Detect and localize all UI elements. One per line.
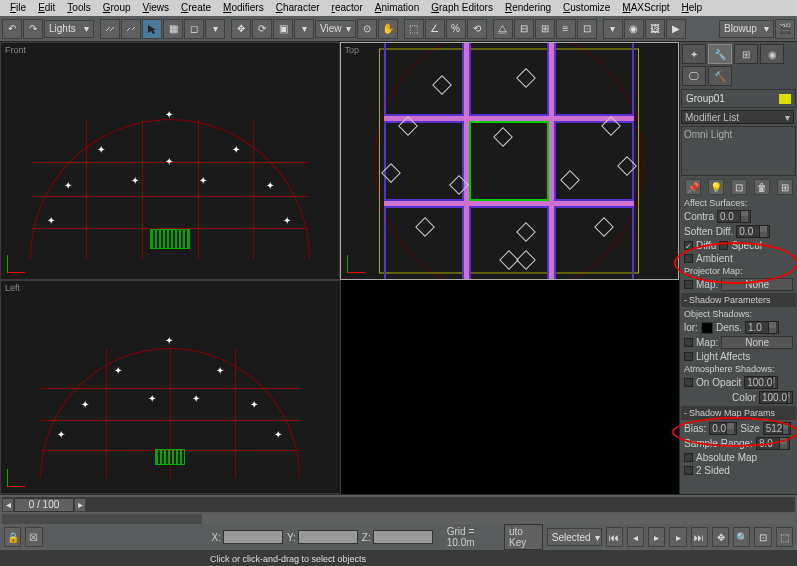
move-button[interactable]: ✥ — [231, 19, 251, 39]
link-button[interactable] — [100, 19, 120, 39]
tab-create[interactable]: ✦ — [682, 44, 706, 64]
menu-character[interactable]: Character — [270, 0, 326, 16]
projmap-slot[interactable]: None — [721, 278, 793, 291]
menu-file[interactable]: File — [4, 0, 32, 16]
contrast-spinner[interactable]: 0.0 — [717, 210, 751, 223]
menu-create[interactable]: Create — [175, 0, 217, 16]
remove-mod-icon[interactable]: 🗑 — [754, 179, 770, 195]
diffuse-checkbox[interactable] — [684, 241, 693, 250]
keymode-dropdown[interactable]: Selected — [547, 528, 602, 546]
menu-views[interactable]: Views — [137, 0, 176, 16]
shadow-map-params-rollout[interactable]: Shadow Map Params — [681, 406, 796, 420]
pin-stack-icon[interactable]: 📌 — [685, 179, 701, 195]
menu-customize[interactable]: Customize — [557, 0, 616, 16]
autokey-button[interactable]: uto Key — [504, 524, 543, 550]
time-slider-handle[interactable]: 0 / 100 — [14, 498, 74, 512]
menu-maxscript[interactable]: MAXScript — [616, 0, 675, 16]
menu-tools[interactable]: Tools — [61, 0, 96, 16]
ambient-checkbox[interactable] — [684, 254, 693, 263]
next-frame-icon[interactable]: ▸ — [669, 527, 686, 547]
refsys-dropdown[interactable]: View — [315, 20, 356, 38]
y-input[interactable] — [298, 530, 358, 544]
shadowmap-slot[interactable]: None — [721, 336, 793, 349]
sample-spinner[interactable]: 8.0 — [756, 437, 790, 450]
modifier-stack[interactable]: Omni Light — [681, 126, 796, 176]
spinsnap-button[interactable]: ⟲ — [467, 19, 487, 39]
menu-reactor[interactable]: reactor — [326, 0, 369, 16]
filter-button[interactable]: ▾ — [205, 19, 225, 39]
select-region-button[interactable]: ◻ — [184, 19, 204, 39]
zoom-ext-icon[interactable]: ⊡ — [754, 527, 771, 547]
timeline-next-icon[interactable]: ▸ — [74, 498, 86, 512]
schematic-button[interactable]: ⊡ — [577, 19, 597, 39]
redo-button[interactable]: ↷ — [23, 19, 43, 39]
goto-end-icon[interactable]: ⏭ — [691, 527, 708, 547]
shadowmap-checkbox[interactable] — [684, 338, 693, 347]
viewport-front[interactable]: Front — [0, 42, 340, 280]
sel-lock-icon[interactable]: ☒ — [25, 527, 42, 547]
category-dropdown[interactable]: Lights — [44, 20, 94, 38]
render-type-dropdown[interactable]: Blowup — [719, 20, 774, 38]
select-button[interactable] — [142, 19, 162, 39]
pan-icon[interactable]: ✥ — [712, 527, 729, 547]
mirror-button[interactable]: ⧋ — [493, 19, 513, 39]
tab-modify[interactable]: 🔧 — [708, 44, 732, 64]
render-scene-button[interactable]: 🖼 — [645, 19, 665, 39]
specular-checkbox[interactable] — [719, 241, 728, 250]
rotate-button[interactable]: ⟳ — [252, 19, 272, 39]
menu-rendering[interactable]: Rendering — [499, 0, 557, 16]
projmap-checkbox[interactable] — [684, 280, 693, 289]
show-result-icon[interactable]: 💡 — [708, 179, 724, 195]
align-button[interactable]: ⊟ — [514, 19, 534, 39]
time-ruler[interactable] — [86, 497, 795, 512]
shadow-params-rollout[interactable]: Shadow Parameters — [681, 293, 796, 307]
menu-modifiers[interactable]: Modifiers — [217, 0, 270, 16]
opacity-spinner[interactable]: 100.0 — [744, 376, 778, 389]
menu-animation[interactable]: Animation — [369, 0, 425, 16]
track-bar[interactable] — [2, 514, 795, 524]
undo-button[interactable]: ↶ — [2, 19, 22, 39]
lock-icon[interactable]: 🔒 — [4, 527, 21, 547]
unlink-button[interactable] — [121, 19, 141, 39]
density-spinner[interactable]: 1.0 — [745, 321, 779, 334]
timeline-prev-icon[interactable]: ◂ — [2, 498, 14, 512]
mat-editor-button[interactable]: ◉ — [624, 19, 644, 39]
viewport-top[interactable]: Top — [340, 42, 680, 280]
angsnap-button[interactable]: ∠ — [425, 19, 445, 39]
shadow-color-swatch[interactable] — [701, 322, 713, 334]
layer-button[interactable]: ≡ — [556, 19, 576, 39]
render-button[interactable]: 🎬 — [775, 19, 795, 39]
center-button[interactable]: ⊙ — [357, 19, 377, 39]
pctsnap-button[interactable]: % — [446, 19, 466, 39]
menu-group[interactable]: Group — [97, 0, 137, 16]
twosided-checkbox[interactable] — [684, 466, 693, 475]
viewport-left[interactable]: Left — [0, 280, 341, 494]
modifier-list-dropdown[interactable]: Modifier List — [681, 110, 794, 124]
select-name-button[interactable]: ▦ — [163, 19, 183, 39]
zoom-region-icon[interactable]: ⬚ — [776, 527, 793, 547]
scale-button[interactable]: ▣ — [273, 19, 293, 39]
snap-button[interactable]: ⬚ — [404, 19, 424, 39]
absmap-checkbox[interactable] — [684, 453, 693, 462]
array-button[interactable]: ⊞ — [535, 19, 555, 39]
named-sel-button[interactable]: ▾ — [603, 19, 623, 39]
tab-hierarchy[interactable]: ⊞ — [734, 44, 758, 64]
tab-motion[interactable]: ◉ — [760, 44, 784, 64]
menu-help[interactable]: Help — [676, 0, 709, 16]
tab-display[interactable]: 🖵 — [682, 66, 706, 86]
x-input[interactable] — [223, 530, 283, 544]
color-swatch[interactable] — [779, 94, 791, 104]
quick-render-button[interactable]: ▶ — [666, 19, 686, 39]
config-icon[interactable]: ⊞ — [777, 179, 793, 195]
zoom-icon[interactable]: 🔍 — [733, 527, 750, 547]
size-spinner[interactable]: 512 — [763, 422, 791, 435]
atmos-on-checkbox[interactable] — [684, 378, 693, 387]
bias-spinner[interactable]: 0.0 — [709, 422, 737, 435]
manip-button[interactable]: ✋ — [378, 19, 398, 39]
goto-start-icon[interactable]: ⏮ — [606, 527, 623, 547]
play-icon[interactable]: ▸ — [648, 527, 665, 547]
unique-icon[interactable]: ⊡ — [731, 179, 747, 195]
menu-edit[interactable]: Edit — [32, 0, 61, 16]
refsys-button[interactable]: ▾ — [294, 19, 314, 39]
z-input[interactable] — [373, 530, 433, 544]
